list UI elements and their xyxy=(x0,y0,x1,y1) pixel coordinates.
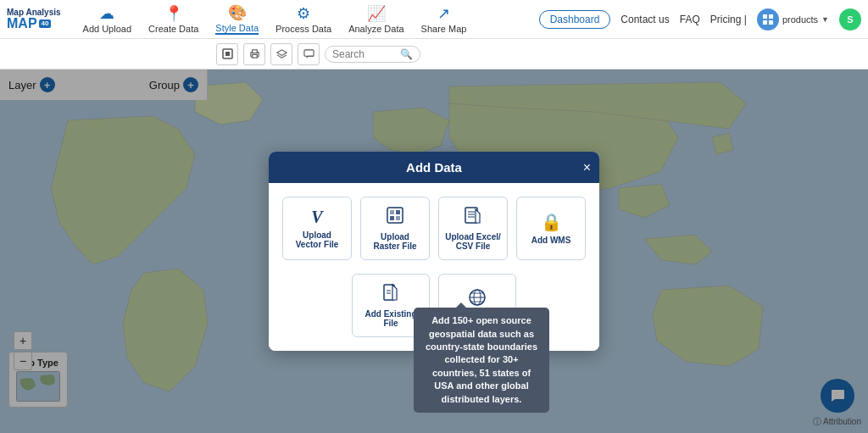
svg-rect-3 xyxy=(769,20,773,25)
nav-label-process-data: Process Data xyxy=(275,24,331,34)
nav-item-add-upload[interactable]: ☁ Add Upload xyxy=(83,4,132,34)
existing-file-icon xyxy=(381,283,400,306)
user-avatar[interactable]: S xyxy=(839,8,861,31)
nav-label-create-data: Create Data xyxy=(148,24,198,34)
modal-title: Add Data xyxy=(406,160,462,175)
nav-label-add-upload: Add Upload xyxy=(83,24,132,34)
svg-rect-12 xyxy=(390,210,394,214)
gis-data-tooltip: Add 150+ open source geospatial data suc… xyxy=(414,308,549,413)
pricing-link[interactable]: Pricing | xyxy=(710,14,747,25)
svg-rect-7 xyxy=(252,50,257,53)
add-wms-label: Add WMS xyxy=(531,236,571,245)
wms-lock-icon: 🔒 xyxy=(541,212,562,232)
modal-overlay[interactable]: Add Data × V UploadVector File xyxy=(0,69,868,433)
toolbar-layers-icon-button[interactable] xyxy=(270,43,292,65)
modal-body: V UploadVector File UploadRast xyxy=(269,183,599,274)
add-wms-button[interactable]: 🔒 Add WMS xyxy=(516,197,586,260)
add-data-modal: Add Data × V UploadVector File xyxy=(269,152,599,351)
toolbar: 🔍 xyxy=(0,39,868,69)
dashboard-button[interactable]: Dashboard xyxy=(539,10,611,29)
create-data-icon: 📍 xyxy=(164,4,183,23)
vector-icon: V xyxy=(311,208,322,227)
brand: Map Analysis MAP 40 xyxy=(7,8,61,31)
analyze-data-icon: 📈 xyxy=(367,4,386,23)
navbar: Map Analysis MAP 40 ☁ Add Upload 📍 Creat… xyxy=(0,0,868,39)
share-map-icon: ↗ xyxy=(437,4,450,23)
process-data-icon: ⚙ xyxy=(297,4,310,23)
nav-item-share-map[interactable]: ↗ Share Map xyxy=(421,4,467,34)
products-icon xyxy=(757,8,779,31)
excel-icon xyxy=(464,206,482,229)
brand-map-text: MAP xyxy=(7,17,37,31)
svg-rect-11 xyxy=(387,208,403,223)
svg-rect-14 xyxy=(390,216,394,220)
nav-label-analyze-data: Analyze Data xyxy=(348,24,403,34)
gis-tooltip-text: Add 150+ open source geospatial data suc… xyxy=(426,315,537,403)
svg-rect-8 xyxy=(252,54,257,58)
raster-icon xyxy=(386,206,404,229)
contact-link[interactable]: Contact us xyxy=(620,14,669,25)
svg-rect-5 xyxy=(225,52,230,56)
products-button[interactable]: products ▼ xyxy=(757,8,829,31)
nav-item-create-data[interactable]: 📍 Create Data xyxy=(148,4,198,34)
svg-rect-2 xyxy=(763,20,767,25)
brand-title: Map Analysis xyxy=(7,8,61,17)
products-label: products xyxy=(782,14,818,25)
upload-vector-label: UploadVector File xyxy=(296,230,339,249)
svg-rect-15 xyxy=(396,216,400,220)
products-chevron-icon: ▼ xyxy=(821,15,829,24)
brand-logo: MAP 40 xyxy=(7,17,61,31)
upload-excel-label: Upload Excel/CSV File xyxy=(445,232,501,251)
add-gis-data-button[interactable]: Add GIS Data Add 150+ open source geospa… xyxy=(438,274,516,337)
add-existing-label: Add ExistingFile xyxy=(364,309,416,328)
nav-right: Dashboard Contact us FAQ Pricing | produ… xyxy=(539,8,861,31)
svg-rect-13 xyxy=(396,210,400,214)
nav-label-share-map: Share Map xyxy=(421,24,467,34)
add-upload-icon: ☁ xyxy=(99,4,114,23)
brand-logo-badge: 40 xyxy=(39,19,52,28)
style-data-icon: 🎨 xyxy=(228,3,247,22)
upload-raster-label: UploadRaster File xyxy=(373,232,416,251)
svg-rect-1 xyxy=(769,14,773,19)
nav-label-style-data: Style Data xyxy=(215,23,259,35)
modal-close-button[interactable]: × xyxy=(583,161,591,175)
search-input[interactable] xyxy=(332,48,400,60)
nav-item-analyze-data[interactable]: 📈 Analyze Data xyxy=(348,4,403,34)
search-icon: 🔍 xyxy=(400,48,413,60)
map-area: Map Type + − ⓘ Attribution Add Data × xyxy=(0,69,868,433)
faq-link[interactable]: FAQ xyxy=(680,14,700,25)
modal-header: Add Data × xyxy=(269,152,599,183)
nav-item-style-data[interactable]: 🎨 Style Data xyxy=(215,3,259,35)
upload-excel-csv-button[interactable]: Upload Excel/CSV File xyxy=(438,197,508,260)
upload-vector-button[interactable]: V UploadVector File xyxy=(282,197,352,260)
svg-rect-9 xyxy=(303,50,313,56)
toolbar-print-icon-button[interactable] xyxy=(243,43,265,65)
toolbar-select-icon-button[interactable] xyxy=(216,43,238,65)
upload-raster-button[interactable]: UploadRaster File xyxy=(360,197,430,260)
svg-rect-0 xyxy=(763,14,767,19)
modal-row2: Add ExistingFile Add GIS Data xyxy=(269,274,599,351)
toolbar-comment-icon-button[interactable] xyxy=(298,43,320,65)
search-box[interactable]: 🔍 xyxy=(325,46,420,63)
nav-item-process-data[interactable]: ⚙ Process Data xyxy=(275,4,331,34)
